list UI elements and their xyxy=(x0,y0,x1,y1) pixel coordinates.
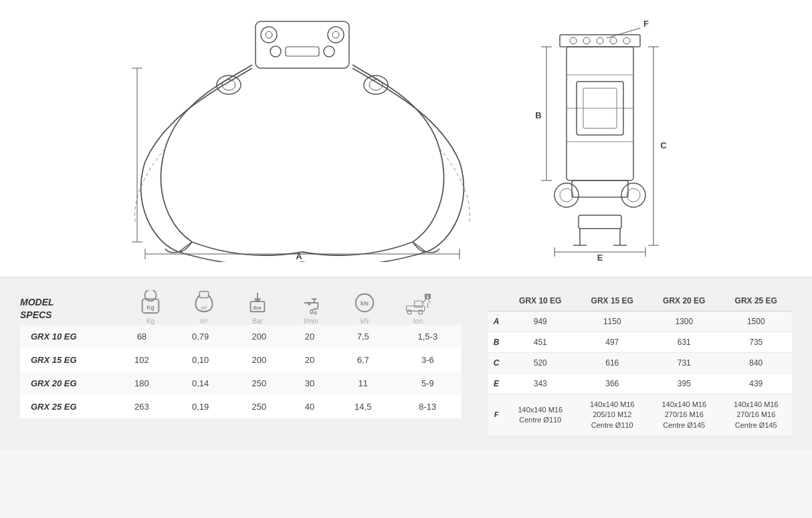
pressure-value: 250 xyxy=(231,395,287,418)
dim-v1: 949 xyxy=(504,311,577,332)
table-row: GRX 20 EG 180 0,14 250 30 11 5-9 xyxy=(20,372,462,395)
weight-value: 102 xyxy=(114,348,170,372)
dim-v3: 1300 xyxy=(648,311,720,332)
dim-table-row: C 520 616 731 840 xyxy=(488,353,792,374)
dim-v1: 343 xyxy=(504,374,577,394)
volume-icon-col: m² m² xyxy=(177,291,231,325)
specs-left: MODEL SPECS Kg Kg xyxy=(20,291,475,436)
dim-table-header-row: GRX 10 EGGRX 15 EGGRX 20 EGGRX 25 EG xyxy=(488,291,792,311)
force-icon-col: kN kN xyxy=(338,291,391,325)
dim-table-row: E 343 366 395 439 xyxy=(488,374,792,394)
svg-rect-21 xyxy=(560,35,640,47)
model-name: GRX 20 EG xyxy=(20,372,114,395)
dim-table-header-cell: GRX 15 EG xyxy=(577,291,649,311)
svg-point-1 xyxy=(261,27,277,43)
dim-v1: 140x140 M16Centre Ø110 xyxy=(504,394,577,436)
flow-value: 20 xyxy=(287,325,332,348)
svg-rect-37 xyxy=(572,180,628,197)
svg-text:F: F xyxy=(643,19,649,29)
dim-v2: 366 xyxy=(577,374,649,394)
svg-point-66 xyxy=(314,311,316,314)
dim-v3: 731 xyxy=(648,353,720,374)
svg-point-5 xyxy=(270,46,281,57)
model-name: GRX 15 EG xyxy=(20,348,114,372)
specs-area: MODEL SPECS Kg Kg xyxy=(0,277,812,450)
dim-table-header-cell: GRX 10 EG xyxy=(504,291,577,311)
pressure-icon-col: Bar Bar xyxy=(231,291,284,325)
force-icon: kN xyxy=(352,291,377,316)
flow-label: l/min xyxy=(304,317,318,325)
svg-point-23 xyxy=(583,37,590,44)
grapple-side-svg: F xyxy=(520,15,687,262)
svg-rect-58 xyxy=(199,291,208,297)
dim-v2: 616 xyxy=(577,353,649,374)
dim-v3: 395 xyxy=(648,374,720,394)
svg-rect-0 xyxy=(256,21,349,68)
weight-value: 263 xyxy=(114,395,170,418)
weight-label: Kg xyxy=(146,317,155,325)
dim-label: C xyxy=(488,353,504,374)
dim-v4: 140x140 M16270/16 M16Centre Ø145 xyxy=(720,394,793,436)
svg-line-20 xyxy=(607,28,640,38)
flow-value: 40 xyxy=(287,395,332,418)
table-row: GRX 15 EG 102 0,10 200 20 6,7 3-6 xyxy=(20,348,462,372)
dim-label: E xyxy=(488,374,504,394)
svg-point-24 xyxy=(597,37,603,44)
pressure-value: 200 xyxy=(231,348,287,372)
volume-icon: m² xyxy=(191,291,217,316)
volume-value: 0,10 xyxy=(170,348,231,372)
ton-value: 8-13 xyxy=(394,395,462,418)
svg-point-65 xyxy=(310,309,313,313)
dim-label: B xyxy=(488,332,504,353)
specs-data-table: GRX 10 EG 68 0,79 200 20 7,5 1,5-3 GRX 1… xyxy=(20,325,462,418)
svg-point-36 xyxy=(627,188,640,202)
dim-table-row: F 140x140 M16Centre Ø110 140x140 M16205/… xyxy=(488,394,792,436)
dim-v2: 140x140 M16205/10 M12Centre Ø110 xyxy=(577,394,649,436)
page-wrapper: A F xyxy=(0,0,812,450)
svg-point-33 xyxy=(554,183,579,207)
force-label: kN xyxy=(361,317,369,325)
grapple-side-view: F xyxy=(520,15,687,262)
ton-icon: E xyxy=(405,291,431,316)
ton-value: 5-9 xyxy=(394,372,462,395)
model-name: GRX 25 EG xyxy=(20,395,114,418)
dim-v4: 840 xyxy=(720,353,793,374)
diagram-area: A F xyxy=(0,0,812,277)
dim-label: F xyxy=(488,394,504,436)
pressure-value: 250 xyxy=(231,372,287,395)
force-value: 14,5 xyxy=(332,395,394,418)
pressure-icon: Bar xyxy=(245,291,270,316)
dim-table-row: B 451 497 631 735 xyxy=(488,332,792,353)
svg-point-70 xyxy=(407,310,411,314)
volume-value: 0,79 xyxy=(170,325,231,348)
grapple-front-svg: A xyxy=(125,15,480,262)
flow-icon xyxy=(298,291,324,316)
svg-point-26 xyxy=(623,37,630,44)
svg-text:E: E xyxy=(427,295,429,299)
model-name: GRX 10 EG xyxy=(20,325,114,348)
flow-value: 20 xyxy=(287,348,332,372)
force-value: 7,5 xyxy=(332,325,394,348)
dimensions-table: GRX 10 EGGRX 15 EGGRX 20 EGGRX 25 EG A 9… xyxy=(488,291,792,436)
svg-point-64 xyxy=(308,303,310,305)
svg-point-25 xyxy=(610,37,617,44)
svg-point-4 xyxy=(332,31,339,38)
svg-text:A: A xyxy=(296,251,302,261)
grapple-front-view: A xyxy=(125,15,480,262)
dim-v2: 497 xyxy=(577,332,649,353)
pressure-label: Bar xyxy=(252,317,263,325)
pressure-value: 200 xyxy=(231,325,287,348)
dim-v3: 140x140 M16270/16 M16Centre Ø145 xyxy=(648,394,720,436)
dim-v4: 439 xyxy=(720,374,793,394)
flow-icon-col: l/min xyxy=(284,291,338,325)
svg-point-6 xyxy=(324,46,334,57)
svg-text:C: C xyxy=(660,140,667,150)
svg-text:E: E xyxy=(597,253,603,262)
svg-point-35 xyxy=(621,183,645,207)
svg-text:Kg: Kg xyxy=(146,304,154,311)
weight-icon: Kg xyxy=(138,291,163,316)
dim-v1: 451 xyxy=(504,332,577,353)
weight-icon-col: Kg Kg xyxy=(124,291,177,325)
volume-label: m² xyxy=(200,317,208,325)
dim-v1: 520 xyxy=(504,353,577,374)
